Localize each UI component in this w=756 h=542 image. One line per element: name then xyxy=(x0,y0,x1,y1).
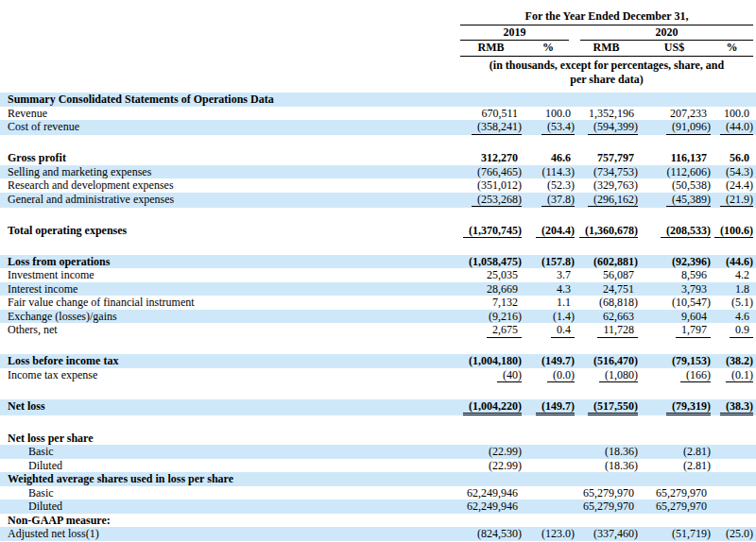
cell xyxy=(522,472,575,486)
table-row: Net loss per share xyxy=(0,432,756,446)
cell-value: 62,249,946 xyxy=(467,500,522,514)
cell: (0.1) xyxy=(711,368,753,383)
cell-value: (1,004,220) xyxy=(463,399,522,416)
cell-value: (91,096) xyxy=(666,120,711,135)
header-columns-area: For the Year Ended December 31, 2019 202… xyxy=(460,9,753,87)
cell: 7,132 xyxy=(460,296,522,310)
cell: 25,035 xyxy=(460,268,522,282)
cell: (10,547) xyxy=(638,296,711,310)
cell-value: (114.3) xyxy=(541,165,575,179)
cell-value: (52.3) xyxy=(547,178,575,193)
cell: (594,399) xyxy=(575,120,638,135)
cell xyxy=(522,459,575,473)
cell: 65,279,970 xyxy=(638,486,711,500)
table-row: Diluted(22.99)(18.36)(2.81) xyxy=(0,459,756,473)
cell: 0.9 xyxy=(711,323,753,338)
cell-value: 3.7 xyxy=(557,268,575,282)
cell xyxy=(638,514,711,528)
cell-value: (602,881) xyxy=(593,255,638,269)
units-note: (in thousands, except for percentages, s… xyxy=(460,57,753,87)
cell-value: (1,360,678) xyxy=(579,224,638,239)
cell-value: (166) xyxy=(680,368,711,383)
cell: (516,470) xyxy=(575,354,638,368)
cell-value: (44.0) xyxy=(720,120,753,135)
cell xyxy=(711,514,753,528)
cell: (100.6) xyxy=(711,224,753,239)
cell: 1,797 xyxy=(638,323,711,338)
cell-value: (1,370,745) xyxy=(463,224,522,239)
cell: (123.0) xyxy=(522,527,575,541)
cell-value: (45,389) xyxy=(666,193,711,208)
cell-value: (18.36) xyxy=(605,445,638,459)
cell-value: 4.6 xyxy=(735,310,753,324)
cell xyxy=(638,472,711,486)
cell: (1,080) xyxy=(575,368,638,383)
cell-value: (112,606) xyxy=(666,165,711,179)
cell: 4.6 xyxy=(711,310,753,324)
units-note-line2: per share data) xyxy=(460,73,753,87)
row-label: Total operating expenses xyxy=(0,224,460,239)
cell: 62,249,946 xyxy=(460,486,522,500)
cell-value: (24.4) xyxy=(726,178,753,193)
cell-value: 1,352,196 xyxy=(589,107,638,121)
row-label: Exchange (losses)/gains xyxy=(0,310,460,324)
row-label: Loss before income tax xyxy=(0,354,460,368)
spacer-row xyxy=(0,338,756,354)
cell xyxy=(460,514,522,528)
cell xyxy=(638,93,711,107)
cell: (44.6) xyxy=(711,255,753,269)
cell-value: (68,818) xyxy=(599,296,638,310)
table-row: Interest income28,6694.324,7513,7931.8 xyxy=(0,282,756,296)
cell: 62,249,946 xyxy=(460,500,522,514)
cell: (1.4) xyxy=(522,310,575,324)
cell-value: (0.0) xyxy=(547,368,575,383)
row-label: Cost of revenue xyxy=(0,120,460,135)
cell: (18.36) xyxy=(575,445,638,459)
cell xyxy=(711,445,753,459)
cell-value: 100.0 xyxy=(724,107,753,121)
cell: (38.2) xyxy=(711,354,753,368)
cell: 11,728 xyxy=(575,323,638,338)
row-label: Income tax expense xyxy=(0,368,460,383)
cell xyxy=(522,514,575,528)
cell-value: (37.8) xyxy=(541,193,575,208)
col-header-pct-2019: % xyxy=(522,41,575,56)
row-label: Diluted xyxy=(0,500,460,514)
cell-value: 2,675 xyxy=(487,323,522,338)
cell-value: (18.36) xyxy=(605,459,638,473)
cell xyxy=(711,93,753,107)
table-row: Net loss(1,004,220)(149.7)(517,550)(79,3… xyxy=(0,399,756,415)
cell-value: (766,465) xyxy=(477,165,522,179)
row-label: Investment income xyxy=(0,268,460,282)
row-label: Interest income xyxy=(0,282,460,296)
table-row: General and administrative expenses(253,… xyxy=(0,193,756,208)
year-2019-header: 2019 xyxy=(460,25,569,41)
table-row: Research and development expenses(351,01… xyxy=(0,178,756,193)
col-header-rmb-2019: RMB xyxy=(460,41,522,56)
cell: 65,279,970 xyxy=(575,500,638,514)
cell: (0.0) xyxy=(522,368,575,383)
row-label: Others, net xyxy=(0,323,460,338)
table-body: Summary Consolidated Statements of Opera… xyxy=(0,93,756,541)
table-row: Adjusted net loss(1)(824,530)(123.0)(337… xyxy=(0,527,756,541)
cell: (50,538) xyxy=(638,178,711,193)
cell-value: 7,132 xyxy=(492,296,522,310)
cell: 65,279,970 xyxy=(638,500,711,514)
cell-value: (92,396) xyxy=(672,255,711,269)
cell: (517,550) xyxy=(575,399,638,415)
spacer-row xyxy=(0,383,756,399)
cell-value: (1.4) xyxy=(553,310,575,324)
cell-value: 65,279,970 xyxy=(656,486,711,500)
cell-value: 8,596 xyxy=(681,268,711,282)
cell-value: (2.81) xyxy=(683,459,711,473)
cell-value: 65,279,970 xyxy=(583,486,638,500)
cell xyxy=(711,500,753,514)
year-group-row: 2019 2020 xyxy=(460,25,753,41)
cell-value: 9,604 xyxy=(681,310,711,324)
cell-value: (337,460) xyxy=(593,527,638,541)
cell-value: 4.2 xyxy=(735,268,753,282)
cell: (92,396) xyxy=(638,255,711,269)
cell: (54.3) xyxy=(711,165,753,179)
cell: (45,389) xyxy=(638,193,711,208)
cell: (296,162) xyxy=(575,193,638,208)
